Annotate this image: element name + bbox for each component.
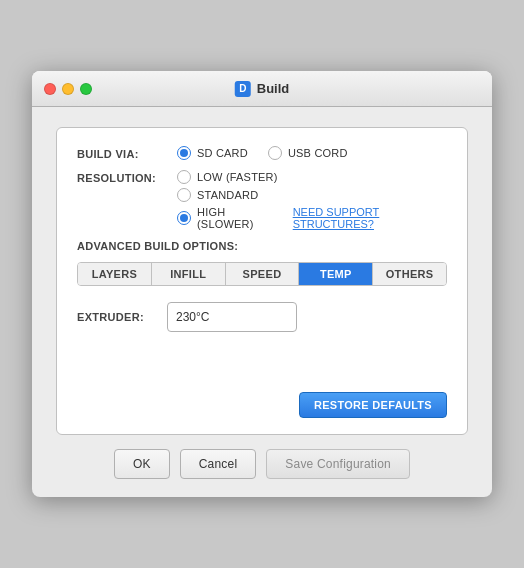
extruder-input[interactable] [168, 306, 297, 328]
usb-cord-option[interactable]: USB Cord [268, 146, 348, 160]
standard-radio[interactable] [177, 188, 191, 202]
main-panel: Build Via: SD Card USB Cord Resolution: [56, 127, 468, 435]
tab-speed[interactable]: Speed [226, 263, 300, 285]
save-configuration-button[interactable]: Save Configuration [266, 449, 410, 479]
build-via-label: Build Via: [77, 146, 177, 160]
usb-cord-radio[interactable] [268, 146, 282, 160]
content: Build Via: SD Card USB Cord Resolution: [32, 107, 492, 497]
build-via-row: Build Via: SD Card USB Cord [77, 146, 447, 160]
titlebar: D Build [32, 71, 492, 107]
tab-content: Extruder: ▲ ▼ [77, 302, 447, 382]
tab-layers[interactable]: Layers [78, 263, 152, 285]
minimize-button[interactable] [62, 83, 74, 95]
standard-label: Standard [197, 189, 258, 201]
cancel-button[interactable]: Cancel [180, 449, 257, 479]
sd-card-radio[interactable] [177, 146, 191, 160]
restore-btn-row: Restore Defaults [77, 392, 447, 418]
advanced-label: Advanced Build Options: [77, 240, 447, 252]
high-label: High (Slower) [197, 206, 277, 230]
low-label: Low (Faster) [197, 171, 278, 183]
tab-temp[interactable]: Temp [299, 263, 373, 285]
title-area: D Build [235, 81, 290, 97]
high-resolution-option[interactable]: High (Slower) Need Support Structures? [177, 206, 447, 230]
usb-cord-label: USB Cord [288, 147, 348, 159]
resolution-label: Resolution: [77, 170, 177, 184]
main-window: D Build Build Via: SD Card USB Cord [32, 71, 492, 497]
sd-card-option[interactable]: SD Card [177, 146, 248, 160]
standard-resolution-option[interactable]: Standard [177, 188, 447, 202]
ok-button[interactable]: OK [114, 449, 170, 479]
restore-defaults-button[interactable]: Restore Defaults [299, 392, 447, 418]
resolution-options: Low (Faster) Standard High (Slower) Need… [177, 170, 447, 230]
maximize-button[interactable] [80, 83, 92, 95]
window-title: Build [257, 81, 290, 96]
extruder-label: Extruder: [77, 311, 167, 323]
build-via-options: SD Card USB Cord [177, 146, 348, 160]
high-radio[interactable] [177, 211, 191, 225]
low-radio[interactable] [177, 170, 191, 184]
support-structures-link[interactable]: Need Support Structures? [293, 206, 447, 230]
traffic-lights [44, 83, 92, 95]
close-button[interactable] [44, 83, 56, 95]
low-resolution-option[interactable]: Low (Faster) [177, 170, 447, 184]
tab-infill[interactable]: Infill [152, 263, 226, 285]
sd-card-label: SD Card [197, 147, 248, 159]
tab-others[interactable]: Others [373, 263, 446, 285]
extruder-spinner[interactable]: ▲ ▼ [167, 302, 297, 332]
app-icon: D [235, 81, 251, 97]
tabs: Layers Infill Speed Temp Others [77, 262, 447, 286]
extruder-row: Extruder: ▲ ▼ [77, 302, 447, 332]
resolution-row: Resolution: Low (Faster) Standard High (… [77, 170, 447, 230]
footer-buttons: OK Cancel Save Configuration [56, 449, 468, 479]
